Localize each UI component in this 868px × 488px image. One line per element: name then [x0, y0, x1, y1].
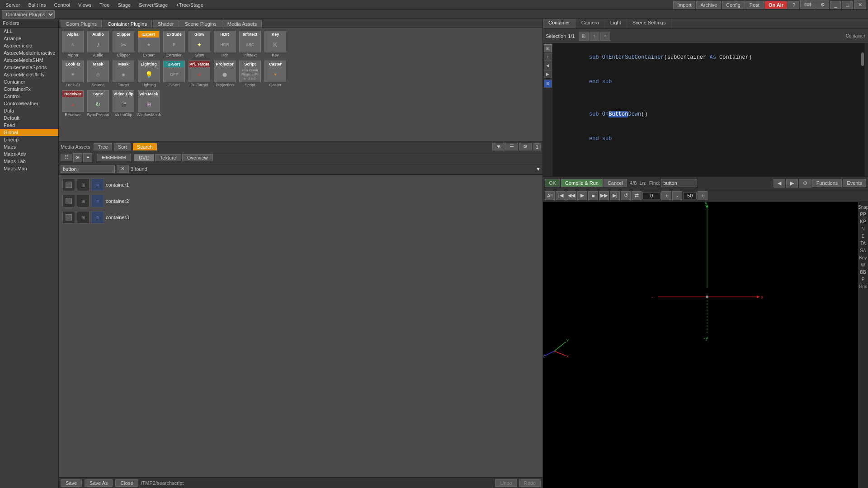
- time-input[interactable]: [683, 192, 697, 199]
- close-button[interactable]: ✕: [854, 0, 866, 9]
- sidebar-item-astuceinteractive[interactable]: AstuceMediaInteractive: [0, 49, 58, 56]
- plugin-extrude[interactable]: Extrude E Extrusion: [162, 30, 186, 59]
- result-container1[interactable]: ⊞ B container1: [61, 177, 541, 193]
- tab-camera[interactable]: Camera: [576, 19, 605, 28]
- bb-label[interactable]: BB: [858, 269, 868, 276]
- sidebar-item-container[interactable]: Container: [0, 78, 58, 85]
- save-as-btn[interactable]: Save As: [85, 479, 113, 487]
- close-btn[interactable]: Close: [115, 479, 138, 487]
- tab-geom-plugins[interactable]: Geom Plugins: [61, 20, 102, 28]
- sidebar-item-maps-man[interactable]: Maps-Man: [0, 165, 58, 172]
- plugin-winmask[interactable]: Win.Mask ⊞ WindowMask: [137, 89, 161, 118]
- play-prev[interactable]: ◀◀: [566, 191, 576, 200]
- keyboard-button[interactable]: ⌨: [800, 0, 816, 9]
- plugin-glow[interactable]: Glow ✦ Glow: [187, 30, 212, 59]
- play-next[interactable]: ▶▶: [599, 191, 609, 200]
- strip-icon-3[interactable]: ◀: [544, 61, 552, 70]
- tab-scene-plugins[interactable]: Scene Plugins: [179, 20, 221, 28]
- sidebar-item-containerfx[interactable]: ContainerFx: [0, 85, 58, 93]
- scroll-right[interactable]: 1: [533, 143, 541, 150]
- sa-label[interactable]: SA: [858, 247, 868, 254]
- plugin-receiver[interactable]: Receiver ▲ Receiver: [61, 89, 85, 118]
- n-label[interactable]: N: [858, 225, 868, 232]
- save-btn[interactable]: Save: [61, 479, 82, 487]
- menu-stage[interactable]: Stage: [114, 1, 134, 9]
- tab-shader[interactable]: Shader: [153, 20, 179, 28]
- strip-icon-1[interactable]: ⊞: [544, 44, 552, 52]
- sidebar-item-maps-lab[interactable]: Maps-Lab: [0, 158, 58, 165]
- menu-server-stage[interactable]: Server/Stage: [135, 1, 171, 9]
- find-prev-btn[interactable]: ◀: [774, 179, 785, 188]
- key-label[interactable]: Key: [858, 254, 868, 261]
- search-button[interactable]: Search: [133, 143, 157, 150]
- menu-views[interactable]: Views: [75, 1, 95, 9]
- play-bounce[interactable]: ⇄: [632, 191, 642, 200]
- sort-button[interactable]: Sort: [114, 143, 131, 150]
- e-label[interactable]: E: [858, 233, 868, 239]
- kp-label[interactable]: KP: [858, 218, 868, 225]
- sidebar-item-control[interactable]: Control: [0, 93, 58, 100]
- sidebar-item-lineup[interactable]: Lineup: [0, 136, 58, 143]
- play-stop[interactable]: ■: [588, 191, 598, 200]
- find-input[interactable]: [661, 179, 697, 187]
- config-button[interactable]: Config: [722, 1, 745, 9]
- functions-button[interactable]: Functions: [812, 179, 842, 187]
- find-next-btn[interactable]: ▶: [786, 179, 798, 188]
- play-prev-start[interactable]: |◀: [556, 191, 566, 200]
- plugin-masktarget[interactable]: Mask ◉ Target: [111, 60, 136, 89]
- find-options-btn[interactable]: ⚙: [799, 179, 811, 188]
- archive-button[interactable]: Archive: [696, 1, 721, 9]
- plugin-masksource[interactable]: Mask ◎ Source: [86, 60, 110, 89]
- strip-icon-blue[interactable]: B: [544, 80, 552, 88]
- settings-button[interactable]: ⚙: [816, 0, 829, 9]
- sidebar-item-all[interactable]: ALL: [0, 28, 58, 35]
- strip-icon-2[interactable]: ↑: [544, 53, 552, 61]
- view-toggle-grid[interactable]: ⊞: [492, 143, 505, 150]
- w-label[interactable]: W: [858, 262, 868, 268]
- sidebar-item-data[interactable]: Data: [0, 107, 58, 114]
- script-scroll-right[interactable]: [864, 43, 868, 176]
- tab-container[interactable]: Container: [543, 19, 576, 28]
- plugin-hdr[interactable]: HDR HDR Hdr: [212, 30, 237, 59]
- sel-icon-3[interactable]: ≡: [600, 32, 610, 41]
- plugin-lighting[interactable]: Lighting 💡 Lighting: [137, 60, 161, 89]
- view-settings[interactable]: ⚙: [519, 143, 532, 150]
- events-button[interactable]: Events: [843, 179, 866, 187]
- ok-button[interactable]: OK: [545, 179, 560, 187]
- result-container2[interactable]: ⊞ B container2: [61, 193, 541, 209]
- search-input[interactable]: [61, 165, 115, 173]
- grid-label[interactable]: Grid: [858, 283, 868, 290]
- plugin-videoclip[interactable]: Video Clip 🎬 VideoClip: [111, 89, 136, 118]
- p-label[interactable]: P: [858, 276, 868, 283]
- container-plugins-dropdown[interactable]: Container Plugins: [2, 10, 55, 19]
- post-button[interactable]: Post: [745, 1, 764, 9]
- search-clear[interactable]: ✕: [117, 165, 129, 173]
- sidebar-item-global[interactable]: Global: [0, 129, 58, 136]
- compile-run-button[interactable]: Compile & Run: [561, 179, 603, 187]
- frame-input[interactable]: [642, 192, 660, 199]
- plugin-pritarget[interactable]: Pri. Target ⊕ Pri-Target: [187, 60, 212, 89]
- tree-button[interactable]: Tree: [94, 143, 112, 150]
- tab-container-plugins[interactable]: Container Plugins: [103, 20, 152, 28]
- play-plus[interactable]: +: [661, 191, 671, 200]
- sel-icon-2[interactable]: ↑: [590, 32, 599, 41]
- tab-scene-settings[interactable]: Scene Settings: [627, 19, 672, 28]
- sidebar-item-astuceutility[interactable]: AstuceMediaUtility: [0, 71, 58, 78]
- sel-icon-1[interactable]: ⊞: [579, 32, 589, 41]
- plugin-sync[interactable]: Sync ↻ SyncPrepart: [86, 89, 110, 118]
- viewport[interactable]: y -y x - y x z Snap PP KP N: [543, 202, 868, 488]
- menu-tree[interactable]: Tree: [96, 1, 113, 9]
- plugin-expert[interactable]: Expert ★ Expert: [137, 30, 161, 59]
- plugin-clipper[interactable]: Clipper ✂ Clipper: [111, 30, 136, 59]
- plugin-audio[interactable]: Audio ♪ Audio: [86, 30, 110, 59]
- sidebar-item-default[interactable]: Default: [0, 114, 58, 122]
- plugin-key[interactable]: Key K Key: [263, 30, 288, 59]
- sidebar-item-astucesports[interactable]: AstucemediaSports: [0, 64, 58, 71]
- sidebar-item-maps-adv[interactable]: Maps-Adv: [0, 150, 58, 158]
- play-minus[interactable]: -: [672, 191, 682, 200]
- menu-built-ins[interactable]: Built Ins: [24, 1, 49, 9]
- play-loop[interactable]: ↺: [621, 191, 631, 200]
- minimize-button[interactable]: _: [830, 1, 841, 9]
- tab-icon-views[interactable]: ⊞⊞⊞⊞⊞⊞: [97, 154, 131, 161]
- import-button[interactable]: Import: [673, 1, 695, 9]
